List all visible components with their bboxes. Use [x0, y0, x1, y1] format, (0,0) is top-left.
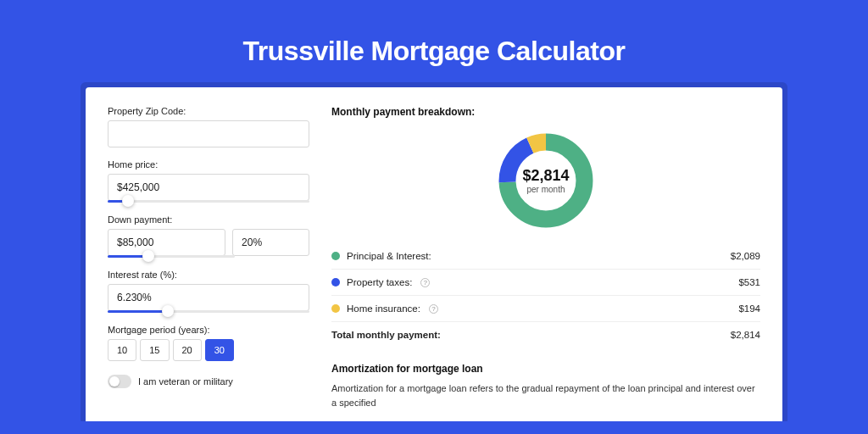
- veteran-label: I am veteran or military: [138, 376, 233, 387]
- form-column: Property Zip Code: Home price: Down paym…: [108, 106, 309, 421]
- page-title: Trussville Mortgage Calculator: [0, 0, 868, 67]
- mortgage-period-label: Mortgage period (years):: [108, 325, 309, 335]
- total-label: Total monthly payment:: [331, 330, 441, 340]
- home-price-label: Home price:: [108, 159, 309, 170]
- breakdown-item-amount: $2,089: [731, 251, 760, 261]
- slider-thumb[interactable]: [142, 250, 154, 262]
- down-payment-percent-input[interactable]: [232, 229, 309, 256]
- zip-input[interactable]: [108, 120, 309, 147]
- breakdown-item-label: Home insurance:: [347, 303, 420, 314]
- donut-center: $2,814 per month: [495, 130, 597, 231]
- calculator-card-frame: Property Zip Code: Home price: Down paym…: [81, 82, 787, 421]
- breakdown-item-label: Property taxes:: [347, 277, 412, 287]
- total-amount: $2,814: [731, 330, 760, 340]
- legend-dot: [331, 252, 340, 260]
- donut-chart-wrap: $2,814 per month: [331, 125, 760, 243]
- zip-label: Property Zip Code:: [108, 106, 309, 116]
- breakdown-item-amount: $194: [738, 303, 760, 314]
- breakdown-item-amount: $531: [738, 277, 760, 287]
- zip-field: Property Zip Code:: [108, 106, 309, 147]
- mortgage-period-field: Mortgage period (years): 10152030: [108, 325, 309, 361]
- info-icon[interactable]: ?: [429, 304, 438, 314]
- legend-dot: [331, 278, 340, 287]
- veteran-toggle[interactable]: [108, 375, 131, 388]
- down-payment-slider[interactable]: [108, 255, 235, 258]
- slider-thumb[interactable]: [122, 195, 134, 207]
- breakdown-item: Principal & Interest:$2,089: [331, 243, 760, 270]
- home-price-input[interactable]: [108, 174, 309, 201]
- breakdown-column: Monthly payment breakdown: $2,814 per mo…: [331, 106, 760, 421]
- down-payment-amount-input[interactable]: [108, 229, 225, 256]
- interest-rate-slider[interactable]: [108, 310, 309, 313]
- donut-amount: $2,814: [522, 167, 569, 185]
- amortization-text: Amortization for a mortgage loan refers …: [331, 381, 760, 409]
- breakdown-title: Monthly payment breakdown:: [331, 106, 760, 118]
- info-icon[interactable]: ?: [420, 278, 430, 287]
- legend-dot: [331, 304, 340, 313]
- breakdown-item: Home insurance:?$194: [331, 296, 760, 322]
- down-payment-field: Down payment:: [108, 214, 309, 258]
- breakdown-item-label: Principal & Interest:: [347, 251, 431, 261]
- breakdown-list: Principal & Interest:$2,089Property taxe…: [331, 243, 760, 322]
- interest-rate-label: Interest rate (%):: [108, 270, 309, 280]
- veteran-toggle-row: I am veteran or military: [108, 375, 309, 388]
- down-payment-label: Down payment:: [108, 214, 309, 225]
- donut-chart: $2,814 per month: [495, 130, 597, 231]
- period-btn-15[interactable]: 15: [140, 339, 169, 361]
- period-btn-10[interactable]: 10: [108, 339, 136, 361]
- slider-thumb[interactable]: [162, 305, 174, 317]
- period-btn-30[interactable]: 30: [205, 339, 234, 361]
- amortization-title: Amortization for mortgage loan: [331, 363, 760, 375]
- home-price-slider[interactable]: [108, 200, 309, 203]
- home-price-field: Home price:: [108, 159, 309, 203]
- interest-rate-input[interactable]: [108, 284, 309, 311]
- total-row: Total monthly payment: $2,814: [331, 322, 760, 348]
- amortization-section: Amortization for mortgage loan Amortizat…: [331, 363, 760, 409]
- toggle-knob: [109, 376, 120, 387]
- interest-rate-field: Interest rate (%):: [108, 270, 309, 313]
- calculator-card: Property Zip Code: Home price: Down paym…: [86, 87, 782, 421]
- period-btn-20[interactable]: 20: [173, 339, 202, 361]
- breakdown-item: Property taxes:?$531: [331, 270, 760, 296]
- mortgage-period-group: 10152030: [108, 339, 309, 361]
- donut-sub: per month: [526, 185, 565, 194]
